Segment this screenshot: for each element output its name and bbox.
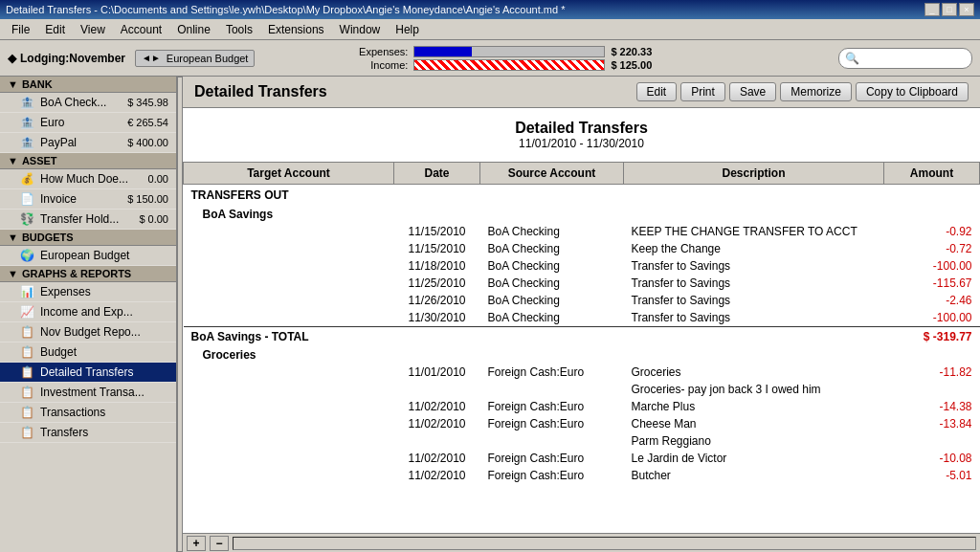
source-cell <box>480 432 624 450</box>
sidebar-resize-bar[interactable] <box>177 77 183 552</box>
income-amount: $ 125.00 <box>611 59 678 71</box>
sidebar-section-budgets[interactable]: ▼ BUDGETS <box>0 230 176 246</box>
sidebar-item-transfer-hold[interactable]: 💱 Transfer Hold... $ 0.00 <box>0 210 176 230</box>
print-button[interactable]: Print <box>680 82 725 101</box>
source-cell: Foreign Cash:Euro <box>480 364 624 381</box>
boa-savings-label: BoA Savings <box>184 206 980 223</box>
graphs-arrow: ▼ <box>8 268 18 279</box>
european-budget-label: European Budget <box>40 249 129 262</box>
menu-help[interactable]: Help <box>388 21 427 38</box>
euro-label: Euro <box>40 116 64 129</box>
sidebar-item-euro[interactable]: 🏦 Euro € 265.54 <box>0 113 176 133</box>
desc-cell: Parm Reggiano <box>624 432 884 450</box>
menu-window[interactable]: Window <box>332 21 389 38</box>
table-row: 11/30/2010 BoA Checking Transfer to Savi… <box>184 309 980 327</box>
amount-cell: -100.00 <box>884 257 980 275</box>
sidebar-section-bank[interactable]: ▼ BANK <box>0 77 176 93</box>
menu-extensions[interactable]: Extensions <box>260 21 332 38</box>
col-header-description: Description <box>624 163 884 185</box>
remove-button[interactable]: − <box>210 536 229 551</box>
table-row: 11/01/2010 Foreign Cash:Euro Groceries -… <box>184 364 980 381</box>
budget-report-icon: 📋 <box>19 344 34 360</box>
memorize-button[interactable]: Memorize <box>780 82 852 101</box>
amount-cell: -11.82 <box>884 364 980 381</box>
minimize-button[interactable]: _ <box>924 3 940 16</box>
graphs-label: GRAPHS & REPORTS <box>22 268 131 279</box>
transfer-hold-amount: $ 0.00 <box>139 213 168 225</box>
sidebar-section-graphs[interactable]: ▼ GRAPHS & REPORTS <box>0 266 176 282</box>
euro-amount: € 265.54 <box>127 117 168 128</box>
sidebar-section-asset[interactable]: ▼ ASSET <box>0 153 176 169</box>
source-cell: Foreign Cash:Euro <box>480 398 624 415</box>
copy-to-clipboard-button[interactable]: Copy to Clipboard <box>856 82 969 101</box>
date-cell: 11/25/2010 <box>394 275 480 292</box>
source-cell: Foreign Cash:Euro <box>480 415 624 432</box>
sidebar-item-boa-checking[interactable]: 🏦 BoA Check... $ 345.98 <box>0 93 176 113</box>
table-row: 11/18/2010 BoA Checking Transfer to Savi… <box>184 257 980 275</box>
nov-budget-icon: 📋 <box>19 324 34 340</box>
sidebar-item-expenses[interactable]: 📊 Expenses <box>0 282 176 302</box>
amount-cell <box>884 432 980 450</box>
boa-checking-amount: $ 345.98 <box>127 97 168 108</box>
transfers-icon: 📋 <box>19 425 34 440</box>
income-bar-fill <box>414 60 604 70</box>
window-title: Detailed Transfers - C:\Documents and Se… <box>6 4 565 15</box>
close-button[interactable]: × <box>959 3 974 16</box>
sidebar-item-investment[interactable]: 📋 Investment Transa... <box>0 383 176 403</box>
sidebar-item-transfers[interactable]: 📋 Transfers <box>0 423 176 443</box>
paypal-icon: 🏦 <box>19 135 34 150</box>
table-row: 11/15/2010 BoA Checking Keep the Change … <box>184 240 980 257</box>
source-cell: BoA Checking <box>480 240 624 257</box>
sidebar-item-nov-budget[interactable]: 📋 Nov Budget Repo... <box>0 322 176 342</box>
menu-edit[interactable]: Edit <box>37 21 73 38</box>
date-cell: 11/15/2010 <box>394 240 480 257</box>
horizontal-scrollbar[interactable] <box>233 537 976 550</box>
add-button[interactable]: + <box>187 536 206 551</box>
target-cell <box>184 240 394 257</box>
menu-view[interactable]: View <box>73 21 113 38</box>
source-cell: Foreign Cash:Euro <box>480 450 624 467</box>
menu-online[interactable]: Online <box>169 21 218 38</box>
howmuch-label: How Much Doe... <box>40 172 128 186</box>
sidebar-item-european-budget[interactable]: 🌍 European Budget <box>0 246 176 266</box>
desc-cell: Keep the Change <box>624 240 884 257</box>
window-controls: _ □ × <box>924 3 974 16</box>
edit-button[interactable]: Edit <box>636 82 678 101</box>
sidebar-item-invoice[interactable]: 📄 Invoice $ 150.00 <box>0 189 176 210</box>
menu-tools[interactable]: Tools <box>218 21 260 38</box>
nov-budget-label: Nov Budget Repo... <box>40 325 141 339</box>
sidebar-item-howmuch[interactable]: 💰 How Much Doe... 0.00 <box>0 169 176 189</box>
menu-account[interactable]: Account <box>113 21 169 38</box>
breadcrumb[interactable]: ◆ Lodging:November <box>8 52 125 65</box>
table-row: 11/25/2010 BoA Checking Transfer to Savi… <box>184 275 980 292</box>
desc-cell: Cheese Man <box>624 415 884 432</box>
save-button[interactable]: Save <box>729 82 776 101</box>
expenses-bar <box>413 46 605 57</box>
source-cell: Foreign Cash:Euro <box>480 467 624 484</box>
sidebar: ▼ BANK 🏦 BoA Check... $ 345.98 🏦 Euro € … <box>0 77 177 552</box>
target-cell <box>184 432 394 450</box>
menu-file[interactable]: File <box>4 21 37 38</box>
sidebar-item-income-exp[interactable]: 📈 Income and Exp... <box>0 302 176 322</box>
desc-cell: Le Jardin de Victor <box>624 450 884 467</box>
sidebar-item-budget[interactable]: 📋 Budget <box>0 342 176 363</box>
sidebar-item-paypal[interactable]: 🏦 PayPal $ 400.00 <box>0 133 176 153</box>
maximize-button[interactable]: □ <box>942 3 957 16</box>
sidebar-item-transactions[interactable]: 📋 Transactions <box>0 403 176 423</box>
amount-cell <box>884 381 980 398</box>
investment-label: Investment Transa... <box>40 386 145 399</box>
bank-icon: 🏦 <box>19 95 34 110</box>
amount-cell: -5.01 <box>884 467 980 484</box>
date-cell <box>394 432 480 450</box>
report-content: Detailed Transfers 11/01/2010 - 11/30/20… <box>183 108 980 533</box>
title-bar: Detailed Transfers - C:\Documents and Se… <box>0 0 980 19</box>
target-cell <box>184 257 394 275</box>
bank-label: BANK <box>22 78 53 90</box>
search-input[interactable] <box>838 48 972 69</box>
amount-cell: -100.00 <box>884 309 980 327</box>
bottom-bar: + − <box>183 533 980 552</box>
invoice-label: Invoice <box>40 192 77 206</box>
boa-savings-total-label: BoA Savings - TOTAL <box>184 327 884 347</box>
sidebar-item-detailed-transfers[interactable]: 📋 Detailed Transfers <box>0 363 176 383</box>
budget-icon: 🌍 <box>19 248 34 263</box>
